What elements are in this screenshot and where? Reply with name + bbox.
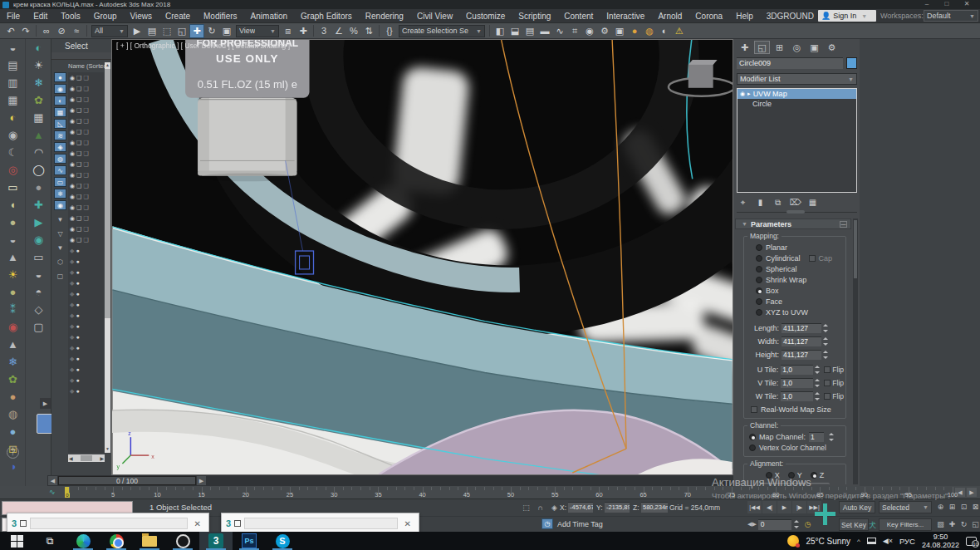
scene-item-row[interactable]: ◆●: [68, 245, 104, 256]
scene-object-row[interactable]: ◉❑❑: [68, 159, 104, 169]
radio-icon[interactable]: [756, 298, 762, 305]
scene-item-row[interactable]: ◆●: [68, 288, 104, 299]
next-frame-button[interactable]: |▶: [792, 501, 806, 513]
object-name-field[interactable]: Circle009: [737, 57, 843, 69]
menu-group[interactable]: Group: [87, 9, 124, 23]
menu-file[interactable]: File: [0, 9, 27, 23]
spinner[interactable]: [821, 336, 829, 346]
dock-icon-2-6[interactable]: ◠: [26, 144, 51, 161]
tab-motion[interactable]: ◎: [789, 41, 805, 54]
use-pivot-center-icon[interactable]: ⧈: [281, 24, 296, 38]
mapping-option-shrink-wrap[interactable]: Shrink Wrap: [746, 274, 844, 285]
ribbon-toggle-icon[interactable]: ▬: [537, 24, 552, 38]
dock-icon-2-10[interactable]: ▶: [26, 214, 51, 231]
dock-icon-2-16[interactable]: ▢: [26, 318, 51, 336]
edge-icon[interactable]: [66, 532, 100, 550]
viewport-label[interactable]: [ + ] [ Orthographic ] [ User Defined ] …: [116, 42, 290, 50]
modifier-stack[interactable]: ◉▸UVW MapCircle: [737, 88, 857, 193]
scene-object-row[interactable]: ◉❑❑: [68, 202, 104, 213]
filter-icon-7[interactable]: ◍: [54, 154, 66, 164]
x-coordinate-field[interactable]: -4574,679: [568, 502, 593, 513]
scene-object-row[interactable]: ◉❑❑: [68, 72, 104, 83]
select-and-scale-icon[interactable]: ▣: [219, 24, 234, 38]
menu-edit[interactable]: Edit: [27, 9, 54, 23]
dock-icon-1-7[interactable]: ◎: [0, 161, 26, 179]
spinner-snap-icon[interactable]: ⇅: [361, 24, 376, 38]
dock-icon-2-1[interactable]: ☀: [26, 56, 51, 74]
cream-bottle[interactable]: FOR PROFESSIONAL USE ONLY 0.51 FL.OZ (15…: [185, 40, 309, 181]
spinner[interactable]: [813, 391, 821, 401]
scene-item-row[interactable]: ◆●: [68, 267, 104, 277]
render-iterative-icon[interactable]: ◍: [642, 24, 657, 38]
help-icon[interactable]: ?: [7, 446, 19, 459]
dock-icon-1-12[interactable]: ▲: [0, 248, 26, 266]
filter-icon-9[interactable]: ▭: [54, 177, 66, 187]
filter-icon-6[interactable]: ◈: [54, 142, 66, 152]
scene-object-row[interactable]: ◉❑❑: [68, 223, 104, 234]
axis-option-y[interactable]: Y: [788, 471, 802, 479]
edit-named-selection-sets-icon[interactable]: {}: [382, 24, 397, 38]
dock-icon-2-9[interactable]: ✚: [26, 196, 51, 214]
spinner[interactable]: [821, 323, 829, 333]
mapping-option-xyz-to-uvw[interactable]: XYZ to UVW: [746, 307, 844, 317]
dock-icon-1-4[interactable]: ◐: [0, 109, 26, 126]
dock-icon-1-24[interactable]: ◑: [0, 458, 26, 475]
scene-object-row[interactable]: ◉❑❑: [68, 191, 104, 202]
weather-text[interactable]: 25°C Sunny: [806, 537, 850, 546]
z-coordinate-field[interactable]: 580,234mm: [641, 502, 668, 513]
time-slider[interactable]: ◀ 0 / 100 ▶: [47, 475, 733, 486]
tile-field[interactable]: 1,0: [781, 365, 813, 375]
menu-views[interactable]: Views: [124, 9, 159, 23]
dock-icon-1-10[interactable]: ●: [0, 214, 26, 231]
eye-icon[interactable]: ◉: [70, 140, 75, 146]
eye-icon[interactable]: ◉: [70, 150, 75, 157]
taskbar-clock[interactable]: 9:50 24.08.2022: [922, 533, 959, 549]
align-icon[interactable]: ⬓: [507, 24, 522, 38]
name-column-header[interactable]: Name (Sorted A: [68, 62, 105, 70]
menu-rendering[interactable]: Rendering: [359, 9, 410, 23]
rendered-frame-icon[interactable]: ▣: [612, 24, 627, 38]
select-object-icon[interactable]: ▶: [130, 24, 145, 38]
rollout-header[interactable]: ▼ Parameters —: [735, 219, 851, 229]
notification-icon[interactable]: 10: [966, 537, 977, 546]
language-indicator[interactable]: РУС: [899, 537, 915, 546]
tile-field[interactable]: 1,0: [781, 378, 813, 388]
dock-icon-1-21[interactable]: ◍: [0, 405, 26, 423]
scene-object-row[interactable]: ◉❑❑: [68, 169, 104, 180]
selection-region-icon[interactable]: ⬚: [520, 502, 532, 513]
expand-icon[interactable]: ▸: [747, 91, 751, 97]
auto-key-button[interactable]: Auto Key: [839, 501, 875, 513]
filter-icon-2[interactable]: ◐: [54, 96, 66, 106]
eye-icon[interactable]: ◉: [70, 86, 75, 92]
axis-option-x[interactable]: X: [766, 471, 780, 479]
render-setup-icon[interactable]: ⚙: [597, 24, 612, 38]
display-toggle-icon-2[interactable]: ▼: [54, 243, 66, 253]
dimension-field[interactable]: 411,127: [782, 323, 821, 333]
visibility-eye-icon[interactable]: ◉: [740, 91, 745, 97]
flip-checkbox[interactable]: [824, 366, 831, 373]
radio-icon[interactable]: [756, 266, 762, 273]
explorer-vertical-scrollbar[interactable]: ▲ ▼: [105, 62, 110, 453]
time-configuration-icon[interactable]: ◷: [802, 518, 814, 530]
unlink-selection-icon[interactable]: ⊘: [54, 24, 69, 38]
selection-lock-icon[interactable]: ∩: [534, 502, 546, 513]
close-icon[interactable]: ✕: [401, 519, 414, 528]
show-end-result-icon[interactable]: ▮: [754, 197, 767, 209]
radio-icon[interactable]: [749, 434, 756, 440]
sign-in-button[interactable]: 👤 Sign In ▼: [818, 10, 876, 22]
scene-object-row[interactable]: ◉❑❑: [68, 137, 104, 148]
filter-icon-4[interactable]: ◺: [54, 119, 66, 129]
display-toggle-icon-1[interactable]: ▽: [54, 229, 66, 239]
filter-icon-3[interactable]: ▦: [54, 107, 66, 117]
next-frame-arrow[interactable]: ▶: [197, 476, 206, 485]
rectangular-selection-icon[interactable]: ⬚: [159, 24, 174, 38]
menu-graph-editors[interactable]: Graph Editors: [294, 9, 359, 23]
dock-icon-1-19[interactable]: ✿: [0, 371, 26, 388]
scene-item-row[interactable]: ◆●: [68, 331, 104, 342]
splitter-handle[interactable]: [786, 210, 805, 214]
tab-hierarchy[interactable]: ⊞: [772, 41, 787, 54]
maximize-button[interactable]: □: [937, 0, 957, 8]
tab-modify[interactable]: ◱: [754, 41, 770, 54]
previous-frame-button[interactable]: ◀|: [762, 501, 777, 513]
y-coordinate-field[interactable]: -2135,894: [605, 502, 630, 513]
